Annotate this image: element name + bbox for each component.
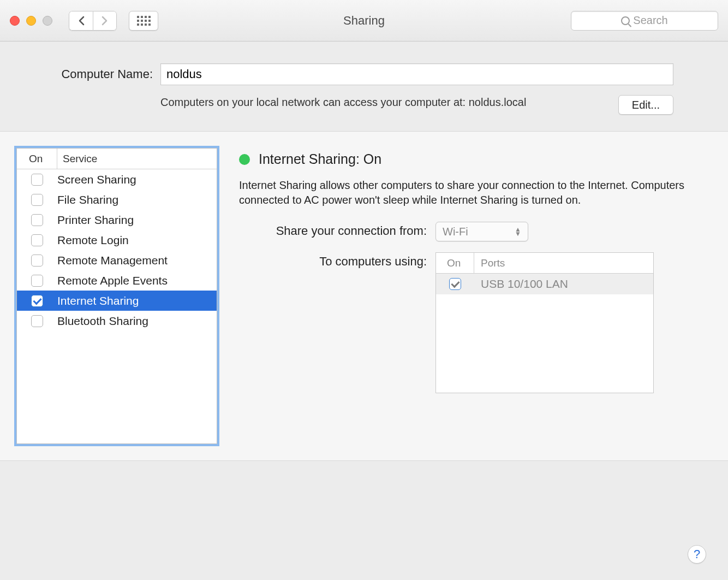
show-all-button[interactable] — [129, 11, 158, 31]
service-label: Internet Sharing — [57, 294, 139, 307]
service-row[interactable]: Screen Sharing — [17, 169, 217, 190]
grid-icon — [137, 16, 151, 26]
service-label: Bluetooth Sharing — [57, 315, 148, 328]
service-checkbox[interactable] — [31, 275, 43, 287]
to-computers-label: To computers using: — [239, 252, 435, 269]
edit-button[interactable]: Edit... — [618, 95, 673, 115]
search-placeholder: Search — [633, 14, 667, 27]
status-indicator-icon — [239, 154, 250, 165]
computer-name-label: Computer Name: — [22, 67, 160, 81]
service-checkbox[interactable] — [31, 174, 43, 186]
main-panel: On Service Screen SharingFile SharingPri… — [0, 131, 728, 461]
ports-header-ports: Ports — [474, 257, 505, 269]
service-row[interactable]: Remote Login — [17, 230, 217, 250]
minimize-window-button[interactable] — [26, 16, 36, 26]
service-label: Printer Sharing — [57, 214, 134, 227]
detail-panel: Internet Sharing: On Internet Sharing al… — [239, 148, 712, 444]
close-window-button[interactable] — [10, 16, 20, 26]
computer-name-section: Computer Name: Computers on your local n… — [0, 42, 728, 131]
port-label: USB 10/100 LAN — [474, 277, 568, 291]
service-row[interactable]: Printer Sharing — [17, 210, 217, 230]
service-header-service: Service — [57, 153, 97, 165]
ports-table: On Ports USB 10/100 LAN — [435, 252, 654, 393]
search-icon — [621, 16, 630, 25]
service-checkbox[interactable] — [31, 295, 43, 307]
service-row[interactable]: File Sharing — [17, 190, 217, 210]
service-checkbox[interactable] — [31, 194, 43, 206]
nav-buttons — [69, 11, 117, 31]
status-row: Internet Sharing: On — [239, 151, 712, 167]
service-label: Screen Sharing — [57, 173, 136, 186]
share-from-value: Wi-Fi — [443, 226, 468, 238]
service-table-header: On Service — [17, 149, 217, 169]
service-row[interactable]: Remote Management — [17, 250, 217, 270]
computer-name-hint: Computers on your local network can acce… — [160, 95, 532, 110]
service-checkbox[interactable] — [31, 315, 43, 327]
service-checkbox[interactable] — [31, 234, 43, 246]
ports-header-on: On — [436, 253, 474, 273]
service-header-on: On — [17, 149, 57, 169]
service-row[interactable]: Internet Sharing — [17, 291, 217, 311]
service-row[interactable]: Remote Apple Events — [17, 270, 217, 291]
service-row[interactable]: Bluetooth Sharing — [17, 311, 217, 331]
traffic-lights — [10, 16, 52, 26]
computer-name-input[interactable] — [160, 63, 673, 85]
service-label: Remote Apple Events — [57, 274, 168, 287]
service-label: Remote Management — [57, 254, 168, 267]
share-from-select[interactable]: Wi-Fi ▲▼ — [435, 222, 528, 241]
service-description: Internet Sharing allows other computers … — [239, 178, 712, 208]
port-row[interactable]: USB 10/100 LAN — [436, 274, 653, 294]
back-button[interactable] — [69, 11, 93, 31]
zoom-window-button — [43, 16, 52, 26]
port-checkbox[interactable] — [449, 278, 461, 290]
service-checkbox[interactable] — [31, 214, 43, 226]
status-title: Internet Sharing: On — [259, 151, 381, 167]
chevron-updown-icon: ▲▼ — [515, 227, 521, 236]
service-table[interactable]: On Service Screen SharingFile SharingPri… — [16, 148, 217, 444]
window-title: Sharing — [343, 14, 385, 28]
ports-table-header: On Ports — [436, 253, 653, 274]
search-input[interactable]: Search — [571, 11, 718, 31]
titlebar: Sharing Search — [0, 0, 728, 42]
share-from-label: Share your connection from: — [239, 222, 435, 238]
service-checkbox[interactable] — [31, 255, 43, 267]
service-label: File Sharing — [57, 193, 118, 206]
ports-table-empty — [436, 294, 653, 393]
help-button[interactable]: ? — [688, 545, 706, 564]
service-label: Remote Login — [57, 234, 129, 247]
forward-button[interactable] — [93, 11, 117, 31]
